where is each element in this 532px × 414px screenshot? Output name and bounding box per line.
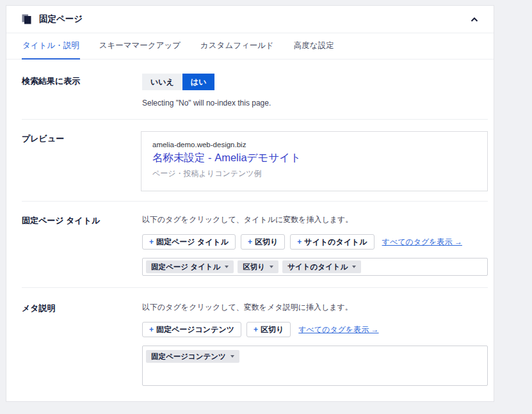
card-header: 固定ページ xyxy=(6,6,494,33)
tab-bar: タイトル・説明 スキーママークアップ カスタムフィールド 高度な設定 xyxy=(6,33,494,60)
chevron-down-icon xyxy=(225,266,229,268)
chevron-up-icon xyxy=(471,15,478,24)
add-separator-tag-button[interactable]: + 区切り xyxy=(246,322,291,337)
meta-description-help-text: 以下のタグをクリックして、変数をメタ説明に挿入します。 xyxy=(142,302,488,313)
tag-button-label: 固定ページ タイトル xyxy=(156,237,229,248)
section-show-in-search: 検索結果に表示 いいえ はい Selecting "No" will no-in… xyxy=(22,60,488,120)
show-all-tags-link[interactable]: すべてのタグを表示 → xyxy=(382,237,462,248)
chip-label: 区切り xyxy=(243,262,265,272)
no-index-help-text: Selecting "No" will no-index this page. xyxy=(142,99,488,107)
page-title: 固定ページ xyxy=(39,13,83,25)
tab-schema-markup[interactable]: スキーママークアップ xyxy=(99,33,181,60)
chip-separator[interactable]: 区切り xyxy=(238,260,278,273)
plus-icon: + xyxy=(149,325,154,334)
chip-label: 固定ページコンテンツ xyxy=(151,352,226,362)
page-title-tag-buttons: + 固定ページ タイトル + 区切り + サイトのタイトル すべてのタグを表示 … xyxy=(142,234,488,250)
settings-sections: 検索結果に表示 いいえ はい Selecting "No" will no-in… xyxy=(6,60,494,401)
meta-description-tag-buttons: + 固定ページコンテンツ + 区切り すべてのタグを表示 → xyxy=(142,322,488,337)
preview-description: ページ・投稿よりコンテンツ例 xyxy=(152,168,476,179)
preview-url: amelia-demo.web-design.biz xyxy=(152,141,476,148)
add-site-title-tag-button[interactable]: + サイトのタイトル xyxy=(290,234,374,250)
plus-icon: + xyxy=(297,237,302,246)
chip-page-title[interactable]: 固定ページ タイトル xyxy=(146,260,234,273)
chevron-down-icon xyxy=(230,355,234,358)
tag-button-label: 区切り xyxy=(261,324,284,335)
chip-page-content[interactable]: 固定ページコンテンツ xyxy=(146,350,239,363)
chevron-down-icon xyxy=(270,266,273,268)
meta-description-format-input[interactable]: 固定ページコンテンツ xyxy=(142,346,488,386)
show-in-search-toggle: いいえ はい xyxy=(142,74,214,90)
section-page-title: 固定ページ タイトル 以下のタグをクリックして、タイトルに変数を挿入します。 +… xyxy=(22,202,488,288)
tab-title-description[interactable]: タイトル・説明 xyxy=(22,33,80,60)
tab-custom-fields[interactable]: カスタムフィールド xyxy=(200,33,275,60)
page-title-format-label: 固定ページ タイトル xyxy=(22,213,142,276)
add-page-title-tag-button[interactable]: + 固定ページ タイトル xyxy=(142,234,236,250)
chevron-down-icon xyxy=(352,266,356,268)
add-page-content-tag-button[interactable]: + 固定ページコンテンツ xyxy=(142,322,241,337)
plus-icon: + xyxy=(248,237,252,246)
tag-button-label: 区切り xyxy=(255,237,278,248)
plus-icon: + xyxy=(149,237,154,246)
preview-title: 名称未設定 - Ameliaデモサイト xyxy=(152,151,476,165)
collapse-button[interactable] xyxy=(468,12,481,27)
chip-label: 固定ページ タイトル xyxy=(151,262,220,272)
show-in-search-label: 検索結果に表示 xyxy=(22,74,142,107)
section-preview: プレビュー amelia-demo.web-design.biz 名称未設定 -… xyxy=(22,120,488,202)
pages-icon xyxy=(22,14,31,24)
section-meta-description: メタ説明 以下のタグをクリックして、変数をメタ説明に挿入します。 + 固定ページ… xyxy=(22,288,488,401)
tab-advanced-settings[interactable]: 高度な設定 xyxy=(293,33,335,60)
page-title-format-input[interactable]: 固定ページ タイトル 区切り サイトのタイトル xyxy=(142,258,488,276)
serp-preview-box: amelia-demo.web-design.biz 名称未設定 - Ameli… xyxy=(141,131,488,191)
tag-button-label: 固定ページコンテンツ xyxy=(156,324,234,335)
meta-description-label: メタ説明 xyxy=(22,301,142,386)
add-separator-tag-button[interactable]: + 区切り xyxy=(241,234,285,250)
plus-icon: + xyxy=(254,325,258,334)
post-type-settings-card: 固定ページ タイトル・説明 スキーママークアップ カスタムフィールド 高度な設定… xyxy=(6,5,494,402)
preview-label: プレビュー xyxy=(22,131,142,191)
show-all-tags-link[interactable]: すべてのタグを表示 → xyxy=(298,324,378,335)
page-title-help-text: 以下のタグをクリックして、タイトルに変数を挿入します。 xyxy=(142,214,488,225)
toggle-yes-button[interactable]: はい xyxy=(182,74,215,90)
tag-button-label: サイトのタイトル xyxy=(304,237,367,248)
chip-label: サイトのタイトル xyxy=(287,262,348,272)
toggle-no-button[interactable]: いいえ xyxy=(142,74,182,90)
chip-site-title[interactable]: サイトのタイトル xyxy=(282,260,361,273)
